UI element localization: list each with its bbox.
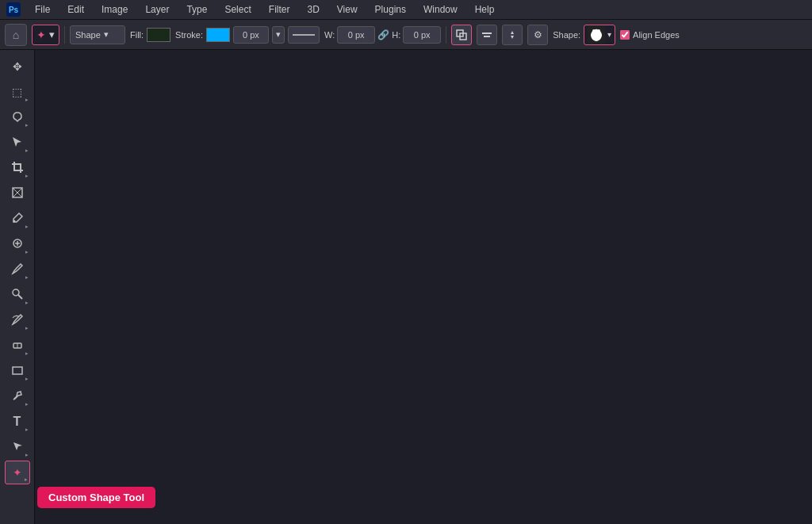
- move-tool-icon: ✥: [13, 60, 22, 73]
- menu-bar: Ps File Edit Image Layer Type Select Fil…: [0, 0, 812, 20]
- svg-point-11: [13, 289, 19, 296]
- move-tool-button[interactable]: ✥: [5, 55, 30, 78]
- shape-type-chevron-icon: ▾: [104, 29, 109, 40]
- stroke-line-style[interactable]: [288, 26, 320, 44]
- crop-tool-button[interactable]: ▸: [5, 156, 30, 180]
- lasso-tool-button[interactable]: ▸: [5, 105, 30, 129]
- tools-panel: ✥ ⬚ ▸ ▸ ▸ ▸: [0, 50, 35, 524]
- healing-tool-icon: [11, 237, 24, 252]
- main-layout: ✥ ⬚ ▸ ▸ ▸ ▸: [0, 50, 812, 524]
- svg-point-9: [13, 220, 15, 222]
- eyedropper-tool-icon: [11, 212, 24, 227]
- frame-tool-icon: [11, 186, 24, 201]
- svg-point-4: [592, 29, 596, 33]
- align-edges-section: Align Edges: [620, 30, 680, 40]
- path-operations-button[interactable]: [451, 25, 472, 45]
- lasso-tool-icon: [11, 110, 24, 125]
- align-edges-checkbox[interactable]: [620, 30, 630, 40]
- sub-tool-arrow: ▸: [25, 401, 29, 407]
- shape-preset-chevron-icon: ▾: [607, 30, 611, 39]
- menu-plugins[interactable]: Plugins: [372, 2, 409, 17]
- canvas-area[interactable]: [35, 50, 812, 524]
- shape-type-label: Shape: [75, 30, 101, 40]
- stroke-width-input[interactable]: [233, 26, 269, 44]
- height-input[interactable]: [403, 26, 441, 44]
- divider-2: [446, 26, 446, 44]
- menu-image[interactable]: Image: [98, 2, 131, 17]
- menu-help[interactable]: Help: [472, 2, 498, 17]
- stroke-section: Stroke: ▾: [175, 26, 320, 44]
- sub-tool-arrow: ▸: [25, 325, 29, 331]
- eraser-tool-button[interactable]: ▸: [5, 334, 30, 358]
- menu-edit[interactable]: Edit: [64, 2, 87, 17]
- rectangle-tool-button[interactable]: ▸: [5, 359, 30, 383]
- options-toolbar: ⌂ ✦ ▾ Shape ▾ Fill: Stroke: ▾ W: 🔗 H: ⚙: [0, 20, 812, 50]
- align-edges-label: Align Edges: [633, 30, 680, 40]
- shape-tool-chevron: ▾: [49, 29, 55, 40]
- object-selection-icon: [11, 136, 24, 151]
- eyedropper-tool-button[interactable]: ▸: [5, 207, 30, 231]
- path-selection-button[interactable]: ▸: [5, 435, 30, 459]
- path-alignment-button[interactable]: [477, 25, 497, 45]
- object-selection-tool-button[interactable]: ▸: [5, 131, 30, 155]
- settings-button[interactable]: ⚙: [527, 25, 548, 45]
- eraser-tool-icon: [11, 338, 24, 354]
- path-arrangement-button[interactable]: [502, 25, 523, 45]
- sub-tool-arrow: ▸: [25, 97, 29, 103]
- crop-tool-icon: [11, 161, 24, 176]
- sub-tool-arrow: ▸: [25, 122, 29, 128]
- dimension-section: W: 🔗 H:: [324, 26, 441, 44]
- sub-tool-arrow: ▸: [25, 173, 29, 179]
- healing-tool-button[interactable]: ▸: [5, 232, 30, 256]
- clone-stamp-tool-button[interactable]: ▸: [5, 283, 30, 307]
- menu-view[interactable]: View: [334, 2, 361, 17]
- marquee-tool-icon: ⬚: [12, 86, 22, 98]
- menu-type[interactable]: Type: [183, 2, 210, 17]
- sub-tool-arrow: ▸: [25, 249, 29, 255]
- history-brush-icon: [11, 313, 24, 328]
- shape-preset-label: Shape:: [553, 30, 580, 40]
- path-selection-icon: [11, 440, 24, 455]
- svg-point-5: [597, 29, 600, 33]
- pen-tool-icon: [11, 389, 24, 404]
- shape-tool-button[interactable]: ✦ ▾: [32, 25, 59, 45]
- shape-type-dropdown[interactable]: Shape ▾: [70, 25, 125, 44]
- pen-tool-button[interactable]: ▸: [5, 384, 30, 408]
- home-button[interactable]: ⌂: [5, 24, 27, 46]
- width-input[interactable]: [337, 26, 375, 44]
- clone-stamp-icon: [11, 288, 24, 303]
- link-dimensions-icon[interactable]: 🔗: [377, 29, 389, 40]
- marquee-tool-button[interactable]: ⬚ ▸: [5, 80, 30, 104]
- brush-tool-icon: [11, 262, 24, 277]
- custom-shape-tool-button[interactable]: ✦ ▸: [5, 461, 30, 484]
- stroke-color-swatch[interactable]: [206, 28, 230, 42]
- menu-window[interactable]: Window: [420, 2, 461, 17]
- sub-tool-arrow: ▸: [25, 274, 29, 281]
- menu-3d[interactable]: 3D: [304, 2, 322, 17]
- svg-rect-2: [482, 33, 492, 34]
- fill-label: Fill:: [130, 30, 144, 40]
- height-label: H:: [392, 30, 400, 40]
- shape-preset-button[interactable]: ▾: [584, 25, 615, 45]
- app-logo: Ps: [6, 2, 21, 17]
- svg-rect-3: [484, 36, 490, 37]
- shape-preview-icon: [588, 26, 605, 44]
- brush-tool-button[interactable]: ▸: [5, 258, 30, 281]
- sub-tool-arrow: ▸: [25, 426, 29, 433]
- stroke-label: Stroke:: [175, 30, 203, 40]
- frame-tool-button[interactable]: [5, 182, 30, 205]
- menu-file[interactable]: File: [32, 2, 53, 17]
- custom-shape-icon: ✦: [36, 29, 46, 41]
- type-tool-button[interactable]: T ▸: [5, 410, 30, 434]
- divider-1: [64, 26, 65, 44]
- menu-filter[interactable]: Filter: [266, 2, 293, 17]
- sub-tool-arrow: ▸: [25, 224, 29, 230]
- rectangle-tool-icon: [11, 364, 24, 379]
- fill-color-swatch[interactable]: [147, 28, 170, 42]
- sub-tool-arrow: ▸: [25, 147, 29, 154]
- sub-tool-arrow: ▸: [25, 350, 29, 357]
- menu-layer[interactable]: Layer: [142, 2, 172, 17]
- menu-select[interactable]: Select: [221, 2, 254, 17]
- history-brush-button[interactable]: ▸: [5, 308, 30, 332]
- stroke-type-dropdown[interactable]: ▾: [272, 26, 285, 44]
